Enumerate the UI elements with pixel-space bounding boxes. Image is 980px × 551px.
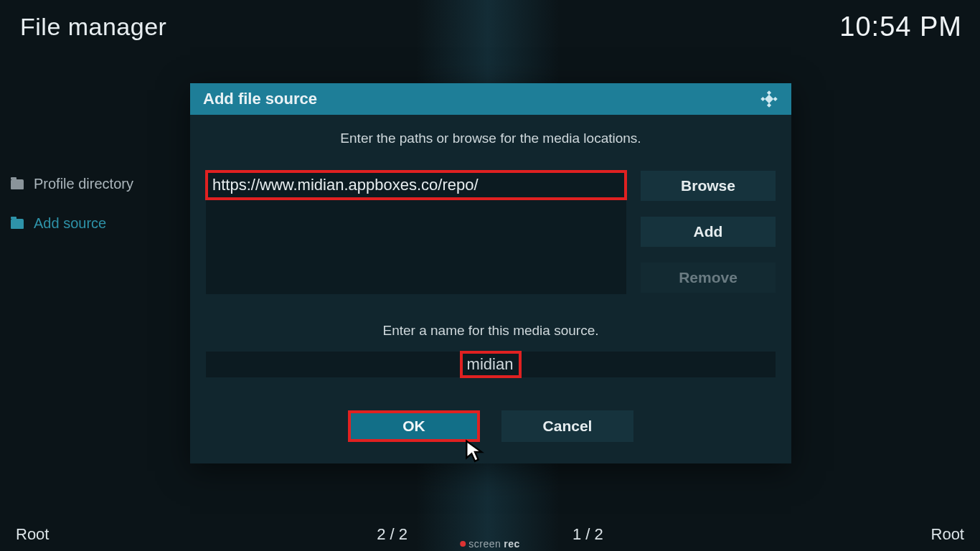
svg-rect-0	[767, 90, 771, 95]
path-list: https://www.midian.appboxes.co/repo/	[206, 171, 626, 294]
footer-right-root: Root	[931, 525, 964, 544]
path-input[interactable]: https://www.midian.appboxes.co/repo/	[207, 171, 626, 199]
footer-counter-right: 1 / 2	[573, 525, 603, 544]
svg-rect-3	[767, 103, 771, 108]
svg-rect-1	[760, 97, 765, 101]
footer-counter-left: 2 / 2	[377, 525, 407, 544]
dialog-title: Add file source	[203, 90, 317, 108]
path-buttons: Browse Add Remove	[641, 171, 776, 294]
browse-button[interactable]: Browse	[641, 171, 776, 201]
record-dot-icon	[460, 541, 466, 547]
sidebar-item-label: Profile directory	[34, 176, 133, 192]
sidebar-item-label: Add source	[34, 215, 106, 232]
dialog-instruction: Enter the paths or browse for the media …	[206, 131, 776, 146]
path-value: https://www.midian.appboxes.co/repo/	[212, 176, 479, 194]
add-button[interactable]: Add	[641, 217, 776, 247]
sidebar-item-add-source[interactable]: Add source	[11, 215, 133, 232]
sidebar: Profile directory Add source	[11, 176, 133, 255]
cancel-button[interactable]: Cancel	[501, 410, 633, 442]
page-title: File manager	[20, 13, 166, 41]
sidebar-item-profile-directory[interactable]: Profile directory	[11, 176, 133, 192]
remove-button: Remove	[641, 263, 776, 293]
screenrec-text2: rec	[504, 538, 520, 550]
ok-button[interactable]: OK	[348, 410, 480, 442]
folder-icon	[11, 179, 24, 189]
svg-rect-2	[773, 97, 778, 101]
kodi-logo-icon	[760, 90, 778, 108]
name-instruction: Enter a name for this media source.	[206, 323, 776, 339]
screenrec-text1: screen	[468, 538, 501, 550]
footer-left-root: Root	[16, 525, 49, 544]
svg-rect-4	[765, 95, 773, 103]
screenrec-watermark: screenrec	[460, 538, 520, 550]
clock: 10:54 PM	[839, 11, 962, 42]
add-file-source-dialog: Add file source Enter the paths or brows…	[190, 83, 791, 463]
name-value: midian	[467, 355, 514, 373]
name-input[interactable]: midian	[206, 352, 776, 377]
dialog-titlebar: Add file source	[190, 83, 791, 115]
folder-plus-icon	[11, 219, 24, 229]
